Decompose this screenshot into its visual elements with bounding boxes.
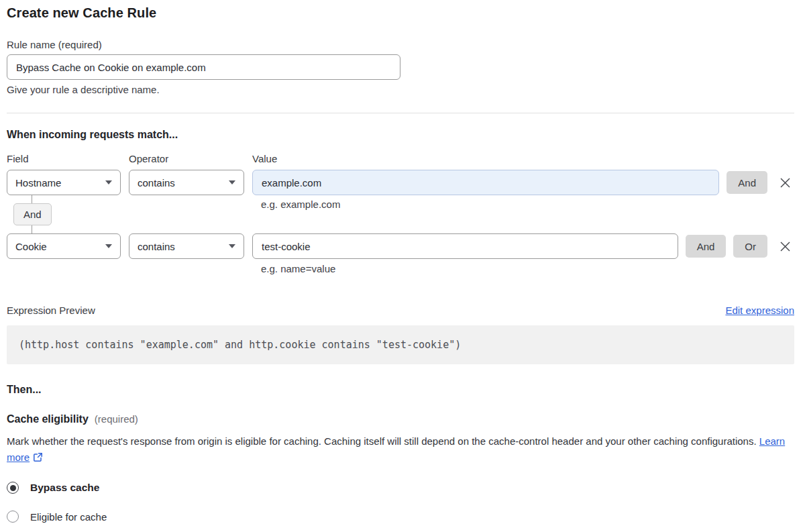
operator-select-2[interactable]: contains bbox=[129, 233, 244, 259]
chevron-down-icon bbox=[229, 244, 235, 248]
connector-and-button[interactable]: And bbox=[13, 203, 52, 225]
cache-rule-form: Create new Cache Rule Rule name (require… bbox=[7, 5, 794, 523]
condition-connector-area: e.g. example.com And bbox=[7, 195, 794, 233]
or-button-row-2[interactable]: Or bbox=[733, 235, 767, 258]
cache-eligibility-title: Cache eligibility bbox=[7, 413, 89, 425]
page-title: Create new Cache Rule bbox=[7, 5, 794, 21]
connector-line bbox=[32, 225, 32, 233]
expression-preview-label: Expression Preview bbox=[7, 305, 95, 316]
chevron-down-icon bbox=[105, 180, 112, 184]
field-column-label: Field bbox=[7, 153, 129, 164]
operator-select-1-value: contains bbox=[138, 177, 223, 189]
connector-line bbox=[32, 195, 32, 203]
value-input-2[interactable] bbox=[252, 233, 678, 259]
field-select-1-value: Hostname bbox=[15, 177, 100, 189]
radio-dot bbox=[10, 485, 16, 491]
rule-name-help: Give your rule a descriptive name. bbox=[7, 84, 794, 95]
value-column-label: Value bbox=[252, 153, 277, 164]
remove-condition-1-button[interactable] bbox=[777, 174, 793, 191]
edit-expression-link[interactable]: Edit expression bbox=[725, 305, 794, 316]
close-icon bbox=[780, 177, 791, 189]
expression-preview-code: (http.host contains "example.com" and ht… bbox=[7, 325, 794, 364]
value-hint-2: e.g. name=value bbox=[261, 263, 794, 274]
radio-button-selected[interactable] bbox=[7, 482, 19, 494]
cache-eligibility-description: Mark whether the request's response from… bbox=[7, 433, 794, 466]
field-select-2-value: Cookie bbox=[15, 241, 100, 252]
eligible-for-cache-label: Eligible for cache bbox=[30, 511, 107, 523]
radio-option-bypass-cache[interactable]: Bypass cache bbox=[7, 482, 794, 494]
cache-eligibility-heading: Cache eligibility (required) bbox=[7, 413, 794, 425]
expression-preview-header: Expression Preview Edit expression bbox=[7, 305, 794, 316]
radio-button-unselected[interactable] bbox=[7, 511, 19, 523]
field-select-2[interactable]: Cookie bbox=[7, 233, 121, 259]
and-button-row-2[interactable]: And bbox=[686, 235, 727, 258]
close-icon bbox=[780, 241, 791, 252]
chevron-down-icon bbox=[229, 180, 235, 184]
radio-option-eligible-for-cache[interactable]: Eligible for cache bbox=[7, 511, 794, 523]
bypass-cache-label: Bypass cache bbox=[30, 482, 99, 494]
chevron-down-icon bbox=[105, 244, 112, 248]
condition-column-headers: Field Operator Value bbox=[7, 153, 794, 164]
description-text: Mark whether the request's response from… bbox=[7, 435, 757, 447]
then-section-heading: Then... bbox=[7, 384, 794, 396]
field-select-1[interactable]: Hostname bbox=[7, 170, 121, 195]
operator-select-1[interactable]: contains bbox=[129, 170, 244, 195]
required-note: (required) bbox=[95, 413, 138, 425]
rule-name-input[interactable] bbox=[7, 54, 400, 80]
match-section-heading: When incoming requests match... bbox=[7, 129, 794, 141]
operator-select-2-value: contains bbox=[138, 241, 223, 252]
condition-row-2: Cookie contains And Or bbox=[7, 233, 794, 259]
external-link-icon bbox=[33, 452, 43, 462]
remove-condition-2-button[interactable] bbox=[777, 238, 793, 254]
value-hint-1: e.g. example.com bbox=[261, 199, 340, 210]
value-input-1[interactable] bbox=[252, 170, 719, 195]
operator-column-label: Operator bbox=[129, 153, 252, 164]
condition-row-1: Hostname contains And bbox=[7, 170, 794, 195]
and-button-row-1[interactable]: And bbox=[727, 171, 767, 194]
section-divider bbox=[7, 113, 794, 113]
rule-name-label: Rule name (required) bbox=[7, 39, 794, 50]
